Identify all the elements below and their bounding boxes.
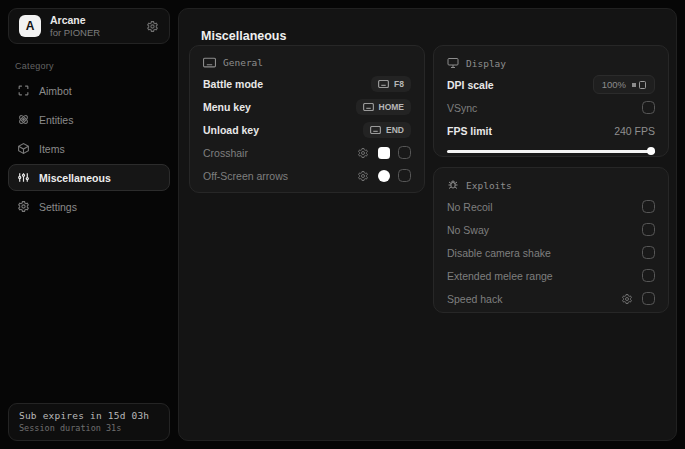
setting-row-speed-hack: Speed hack <box>447 287 655 310</box>
sidebar-item-aimbot[interactable]: Aimbot <box>8 77 170 104</box>
extended-melee-range-checkbox[interactable] <box>642 269 655 282</box>
vsync-checkbox[interactable] <box>642 101 655 114</box>
sidebar-item-miscellaneous[interactable]: Miscellaneous <box>8 164 170 191</box>
crosshair-checkbox[interactable] <box>398 146 411 159</box>
setting-label: No Sway <box>447 224 642 236</box>
slider-fill <box>447 150 655 153</box>
setting-label: Off-Screen arrows <box>203 170 357 182</box>
disable-camera-shake-checkbox[interactable] <box>642 246 655 259</box>
keybind-button-unload-key[interactable]: END <box>363 122 411 138</box>
setting-row-disable-camera-shake: Disable camera shake <box>447 241 655 264</box>
setting-label: Battle mode <box>203 78 371 90</box>
slider-knob[interactable] <box>647 147 655 155</box>
gear-icon[interactable] <box>621 293 633 305</box>
app-subtitle: for PIONER <box>50 27 137 39</box>
app-header: A Arcane for PIONER <box>8 8 170 44</box>
setting-row-offscreen-arrows: Off-Screen arrows <box>203 164 411 187</box>
fps-limit-slider[interactable] <box>447 148 655 155</box>
display-card: Display DPI scale 100% VSync FPS limit 2… <box>433 45 669 157</box>
setting-row-vsync: VSync <box>447 96 655 119</box>
keybind-value: END <box>386 125 404 135</box>
keybind-value: HOME <box>379 102 405 112</box>
dpi-scale-value: 100% <box>602 79 626 90</box>
gear-icon[interactable] <box>357 170 369 182</box>
setting-row-unload-key: Unload key END <box>203 118 411 141</box>
gear-icon[interactable] <box>357 147 369 159</box>
sub-expires-text: Sub expires in 15d 03h <box>19 410 159 421</box>
color-swatch[interactable] <box>378 170 390 182</box>
scan-frame-icon <box>17 84 30 97</box>
no-recoil-checkbox[interactable] <box>642 200 655 213</box>
setting-row-fps-limit: FPS limit 240 FPS <box>447 119 655 142</box>
exploits-card: Exploits No Recoil No Sway Disable camer… <box>433 167 669 313</box>
setting-label: Menu key <box>203 101 356 113</box>
no-sway-checkbox[interactable] <box>642 223 655 236</box>
sidebar-nav: Aimbot Entities Items <box>8 77 170 220</box>
general-card: General Battle mode F8 Menu key <box>189 45 425 193</box>
sidebar-item-settings[interactable]: Settings <box>8 193 170 220</box>
setting-label: Extended melee range <box>447 270 642 282</box>
package-icon <box>17 142 30 155</box>
sidebar-item-label: Aimbot <box>39 85 72 97</box>
fps-limit-value: 240 FPS <box>614 125 655 137</box>
setting-label: No Recoil <box>447 201 642 213</box>
dpi-scale-stepper[interactable]: 100% <box>593 75 655 94</box>
main-panel: Miscellaneous General Battle mode F8 <box>178 8 677 441</box>
setting-label: Unload key <box>203 124 363 136</box>
category-label: Category <box>15 61 170 71</box>
setting-label: FPS limit <box>447 125 614 137</box>
app-title: Arcane <box>50 14 137 27</box>
keybind-button-menu-key[interactable]: HOME <box>356 99 412 115</box>
setting-row-crosshair: Crosshair <box>203 141 411 164</box>
sidebar: A Arcane for PIONER Category Aimbot <box>8 8 170 441</box>
sidebar-item-entities[interactable]: Entities <box>8 106 170 133</box>
settings-icon[interactable] <box>146 20 159 33</box>
gear-icon <box>17 200 30 213</box>
monitor-icon <box>447 57 459 69</box>
speed-hack-checkbox[interactable] <box>642 292 655 305</box>
keyboard-icon <box>363 103 374 111</box>
exploits-card-header: Exploits <box>447 179 655 191</box>
setting-label: Speed hack <box>447 293 621 305</box>
sidebar-item-items[interactable]: Items <box>8 135 170 162</box>
color-swatch[interactable] <box>378 147 390 159</box>
keyboard-icon <box>203 57 216 68</box>
display-card-header: Display <box>447 57 655 69</box>
sliders-icon <box>17 171 30 184</box>
setting-row-menu-key: Menu key HOME <box>203 95 411 118</box>
keyboard-icon <box>378 80 389 88</box>
exploits-card-title: Exploits <box>466 180 512 191</box>
keyboard-icon <box>370 126 381 134</box>
sidebar-item-label: Items <box>39 143 65 155</box>
setting-label: Disable camera shake <box>447 247 642 259</box>
keybind-value: F8 <box>394 79 404 89</box>
keybind-button-battle-mode[interactable]: F8 <box>371 76 411 92</box>
app-titles: Arcane for PIONER <box>50 14 137 39</box>
scale-stepper-icon <box>632 81 646 89</box>
session-duration-text: Session duration 31s <box>19 423 159 433</box>
general-card-title: General <box>223 57 263 68</box>
setting-row-extended-melee-range: Extended melee range <box>447 264 655 287</box>
setting-row-battle-mode: Battle mode F8 <box>203 72 411 95</box>
setting-label: VSync <box>447 102 642 114</box>
bug-icon <box>447 179 459 191</box>
offscreen-arrows-checkbox[interactable] <box>398 169 411 182</box>
sidebar-item-label: Miscellaneous <box>39 172 111 184</box>
setting-label: DPI scale <box>447 79 593 91</box>
setting-label: Crosshair <box>203 147 357 159</box>
setting-row-dpi-scale: DPI scale 100% <box>447 73 655 96</box>
setting-row-no-sway: No Sway <box>447 218 655 241</box>
sidebar-item-label: Entities <box>39 114 73 126</box>
atom-icon <box>17 113 30 126</box>
sidebar-item-label: Settings <box>39 201 77 213</box>
general-card-header: General <box>203 57 411 68</box>
page-title: Miscellaneous <box>201 29 286 43</box>
setting-row-no-recoil: No Recoil <box>447 195 655 218</box>
subscription-info: Sub expires in 15d 03h Session duration … <box>8 403 170 441</box>
display-card-title: Display <box>466 58 506 69</box>
app-logo: A <box>19 15 41 37</box>
